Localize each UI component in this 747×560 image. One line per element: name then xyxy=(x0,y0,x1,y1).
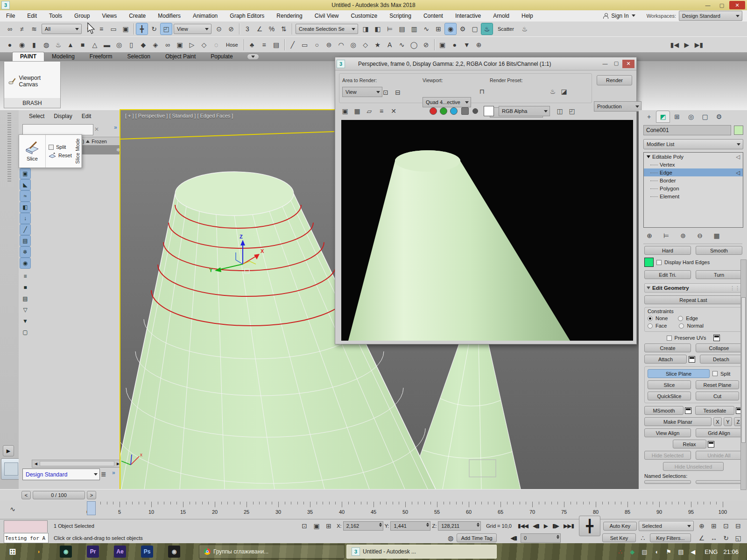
hide-selected-button[interactable]: Hide Selected xyxy=(644,451,691,460)
layer-manager-icon[interactable]: ▤ xyxy=(396,23,408,35)
rectangle-icon[interactable]: ▭ xyxy=(299,39,310,50)
create-tab[interactable]: + xyxy=(642,111,655,122)
command-panel-scrollbar[interactable] xyxy=(740,259,747,490)
hide-unselected-button[interactable]: Hide Unselected xyxy=(663,462,724,471)
scene-explorer-menu-0[interactable]: Select xyxy=(24,113,49,119)
app-camera-icon[interactable]: ◉ xyxy=(168,546,180,558)
key-mode-toggle-icon[interactable]: ◀▮ xyxy=(508,534,519,542)
modifier-indicator-icon[interactable]: ◁ xyxy=(736,154,740,160)
next-frame-button[interactable]: > xyxy=(87,491,96,499)
red-channel-icon[interactable] xyxy=(430,107,437,115)
prism-icon[interactable]: ▷ xyxy=(186,39,197,50)
print-image-icon[interactable]: ≡ xyxy=(376,105,387,117)
explorer-hscrollbar[interactable]: ◄► xyxy=(32,460,122,468)
task-3dsmax[interactable]: 3 Untitled - Autodesk ... xyxy=(346,545,497,559)
add-time-tag-button[interactable]: Add Time Tag xyxy=(457,533,497,542)
tab-paint[interactable]: PAINT xyxy=(12,52,44,61)
clear-color-swatch[interactable] xyxy=(484,106,494,116)
edit-region-icon[interactable]: ⊡ xyxy=(380,87,391,98)
compare-swatch-icon[interactable]: ◫ xyxy=(554,105,565,117)
z-coord-field[interactable]: 128,211 xyxy=(438,521,481,531)
teapot-icon[interactable]: ♨ xyxy=(53,39,64,50)
slice-plane-button[interactable]: Slice Plane xyxy=(648,369,710,378)
fov-icon[interactable]: ∠ xyxy=(696,532,707,544)
menu-item-0[interactable]: File xyxy=(0,13,21,19)
sort-asc-icon[interactable] xyxy=(86,140,90,143)
green-channel-icon[interactable] xyxy=(440,107,447,115)
explorer-more-icon[interactable]: » xyxy=(112,469,115,476)
line-icon[interactable]: ╱ xyxy=(287,39,298,50)
maxscript-mini-listener[interactable]: Testing for A xyxy=(4,533,49,543)
edit-tri-button[interactable]: Edit Tri. xyxy=(644,270,691,279)
display-shapes-icon[interactable]: ◣ xyxy=(20,180,30,190)
quickslice-button[interactable]: QuickSlice xyxy=(648,392,691,400)
pin-icon[interactable]: ╱ xyxy=(20,224,30,235)
ringwave-icon[interactable]: ◌ xyxy=(211,39,222,50)
motion-tab[interactable]: ◎ xyxy=(684,111,698,122)
tab-populate[interactable]: Populate xyxy=(203,52,240,61)
tab-object-paint[interactable]: Object Paint xyxy=(158,52,203,61)
constraint-none-radio[interactable] xyxy=(648,316,653,321)
show-end-result-icon[interactable]: ⊨ xyxy=(661,230,672,241)
set-keys-button[interactable]: ╋ xyxy=(579,516,600,536)
constraint-face-radio[interactable] xyxy=(648,323,653,329)
tray-dots-icon[interactable]: ∴ xyxy=(615,547,625,556)
align-icon[interactable]: ⊨ xyxy=(384,23,395,35)
scale-icon[interactable]: ◰ xyxy=(161,23,172,35)
gamma-icon[interactable]: ◪ xyxy=(558,86,570,97)
mirror-icon[interactable]: ◧ xyxy=(372,23,383,35)
msmooth-settings[interactable] xyxy=(685,407,691,414)
isolate-toggle-icon[interactable]: ⊡ xyxy=(299,520,310,532)
tray-network-icon[interactable]: ▤ xyxy=(676,547,685,556)
detach-button[interactable]: Detach xyxy=(700,355,742,364)
schematic-view-icon[interactable]: ⊞ xyxy=(433,23,444,35)
unhide-all-button[interactable]: Unhide All xyxy=(696,451,742,460)
menu-item-13[interactable]: Content xyxy=(417,13,449,19)
tray-color-icon[interactable]: ◆ xyxy=(627,547,637,556)
chamfer-box-icon[interactable]: ▣ xyxy=(174,39,185,50)
circle-icon[interactable]: ○ xyxy=(311,39,323,50)
section-icon[interactable]: ⊘ xyxy=(421,39,432,50)
create-button[interactable]: Create xyxy=(644,343,691,352)
pyramid-icon[interactable]: △ xyxy=(89,39,100,50)
next-frame-icon[interactable]: ▮▶ xyxy=(550,522,561,530)
planar-x-button[interactable]: X xyxy=(713,417,722,426)
sphere-icon[interactable]: ● xyxy=(4,39,15,50)
tube-icon[interactable]: ◎ xyxy=(113,39,125,50)
menu-item-8[interactable]: Graph Editors xyxy=(224,13,270,19)
freeze-icon[interactable]: ❄ xyxy=(20,247,30,257)
app-photoshop-icon[interactable]: Ps xyxy=(141,546,153,558)
copy-image-icon[interactable]: ▦ xyxy=(352,105,363,117)
foliage-icon[interactable]: ♣ xyxy=(247,39,258,50)
cylinder-icon[interactable]: ▮ xyxy=(28,39,40,50)
viewport-canvas-panel[interactable]: Viewport Canvas xyxy=(4,61,61,99)
time-tag-globe-icon[interactable]: ◍ xyxy=(445,532,456,544)
slice-plane-gizmo[interactable] xyxy=(120,132,334,139)
menu-item-7[interactable]: Animation xyxy=(187,13,224,19)
orbit-icon[interactable]: ↻ xyxy=(720,532,732,544)
go-end-media-icon[interactable]: ▶▮ xyxy=(693,39,705,50)
menu-item-15[interactable]: Arnold xyxy=(487,13,515,19)
tab-modeling[interactable]: Modeling xyxy=(44,52,82,61)
container-icon[interactable]: ▣ xyxy=(437,39,448,50)
split-checkbox[interactable] xyxy=(712,371,718,376)
rendered-frame-icon[interactable]: ▢ xyxy=(469,23,480,35)
render-minimize-button[interactable]: — xyxy=(600,60,610,67)
percent-snap-icon[interactable]: % xyxy=(266,23,277,35)
graphite-toggle-icon[interactable]: ▥ xyxy=(409,23,420,35)
text-icon[interactable]: A xyxy=(384,39,395,50)
menu-item-3[interactable]: Group xyxy=(68,13,96,19)
plane-icon[interactable]: ▬ xyxy=(101,39,113,50)
time-slider-handle[interactable]: 0 / 100 xyxy=(33,491,85,499)
tessellate-button[interactable]: Tessellate xyxy=(695,406,734,415)
donut-icon[interactable]: ◎ xyxy=(348,39,359,50)
helix-icon[interactable]: ∿ xyxy=(396,39,408,50)
viewport-label[interactable]: [ + ] [ Perspective ] [ Standard ] [ Edg… xyxy=(125,113,233,119)
snap-3d-icon[interactable]: 3 xyxy=(242,23,253,35)
menu-item-10[interactable]: Civil View xyxy=(309,13,345,19)
use-pivot-center-icon[interactable]: ⊙ xyxy=(213,23,225,35)
blue-channel-icon[interactable] xyxy=(450,107,458,115)
zoom-all-icon[interactable]: ⊞ xyxy=(708,520,719,532)
view-align-button[interactable]: View Align xyxy=(644,428,691,437)
rotate-icon[interactable]: ↻ xyxy=(148,23,160,35)
